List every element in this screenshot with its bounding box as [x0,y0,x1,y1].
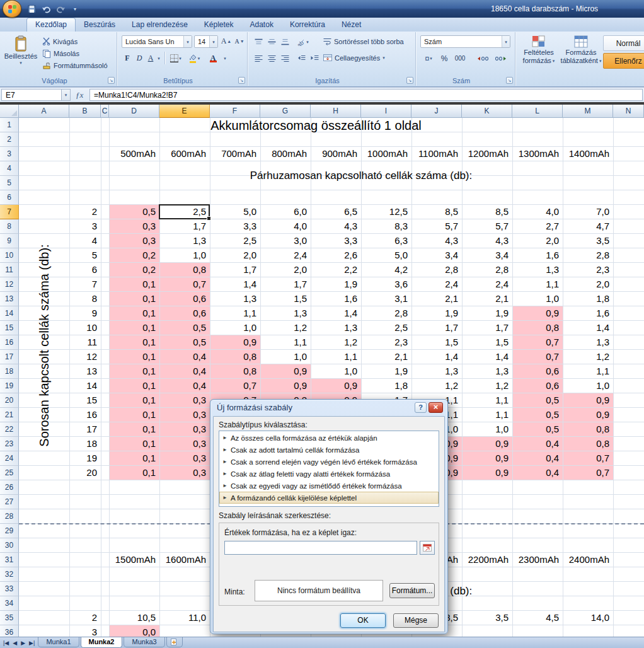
capacity-header-1500mAh[interactable]: 1500mAh [109,553,159,567]
cell-E25[interactable]: 0,3 [160,466,210,480]
cell-L23[interactable]: 0,4 [513,437,563,451]
ribbon-tab-korrekt-ra[interactable]: Korrektúra [282,18,333,32]
cell-G10[interactable]: 2,4 [260,248,311,262]
cell-I19[interactable]: 1,8 [361,379,411,393]
capacity-header-700mAh[interactable]: 700mAh [210,147,260,161]
cell-H14[interactable]: 1,4 [311,306,361,320]
cell-E11[interactable]: 0,8 [160,263,210,277]
cell-E14[interactable]: 0,6 [160,306,210,320]
cell-M19[interactable]: 1,0 [563,379,613,393]
rule-type-option-2[interactable]: ►Csak a sorrend elején vagy végén lévő é… [219,456,439,468]
cell-M10[interactable]: 2,8 [563,248,613,262]
cell-D8[interactable]: 0,3 [110,219,159,233]
cell-M11[interactable]: 2,3 [563,263,613,277]
cell-M18[interactable]: 1,1 [563,364,613,378]
cell-F10[interactable]: 2,0 [210,248,260,262]
cell-D12[interactable]: 0,1 [110,277,159,291]
font-color-dropdown[interactable]: ▾ [222,52,228,65]
align-center-button[interactable] [265,52,278,65]
cell-J7[interactable]: 8,5 [411,205,462,219]
capacity-header-1000mAh[interactable]: 1000mAh [361,147,411,161]
insert-function-button[interactable]: ƒx [76,90,83,100]
row-header-21[interactable]: 21 [0,408,19,422]
cell-M8[interactable]: 4,7 [563,219,613,233]
cell-H13[interactable]: 1,6 [311,292,361,306]
cell-E12[interactable]: 0,7 [160,277,210,291]
cell-E17[interactable]: 0,4 [160,350,210,364]
cell-I9[interactable]: 6,3 [361,234,411,248]
selected-cell-E7[interactable] [159,204,210,219]
cell-B11[interactable]: 6 [69,263,101,277]
cell-B25[interactable]: 20 [69,466,101,480]
copy-button[interactable]: Másolás [40,47,81,59]
align-bottom-button[interactable] [279,35,291,49]
cell-F13[interactable]: 1,3 [210,292,260,306]
format-painter-button[interactable]: Formátummásoló [40,59,110,71]
align-left-button[interactable] [252,52,265,65]
decrease-indent-button[interactable] [295,52,308,65]
shrink-font-button[interactable]: A▼ [233,35,246,48]
paste-button[interactable]: Beillesztés ▾ [4,33,38,74]
format-button[interactable]: Formátum... [389,583,435,598]
cell-J18[interactable]: 1,3 [411,364,462,378]
cell-B22[interactable]: 17 [69,422,101,436]
font-size-combo[interactable]: 14 ▾ [194,35,218,48]
column-header-E[interactable]: E [159,105,210,118]
cell-M20[interactable]: 0,9 [563,393,613,407]
cell-K25[interactable]: 0,9 [463,466,512,480]
cell-H18[interactable]: 1,0 [311,364,361,378]
cell-K19[interactable]: 1,2 [462,379,512,393]
capacity-header-600mAh[interactable]: 600mAh [159,147,210,161]
cell-B9[interactable]: 4 [69,234,101,248]
increase-indent-button[interactable] [308,52,321,65]
column-header-A[interactable]: A [19,105,69,118]
cell-D21[interactable]: 0,1 [110,408,159,422]
row-header-17[interactable]: 17 [0,350,19,364]
row-header-22[interactable]: 22 [0,422,19,437]
cell-B13[interactable]: 8 [69,292,101,306]
sheet-tab-munka2[interactable]: Munka2 [81,637,123,648]
cell-G9[interactable]: 3,0 [260,234,311,248]
cell-I13[interactable]: 3,1 [361,292,411,306]
bold-button[interactable]: F [122,52,133,65]
cell-D35[interactable]: 10,5 [109,611,159,625]
cell-J10[interactable]: 3,4 [411,248,462,262]
borders-button[interactable]: ▾ [168,52,184,65]
row-header-26[interactable]: 26 [0,480,19,495]
fill-color-button[interactable]: ▾ [185,52,203,65]
cell-H8[interactable]: 4,3 [311,219,361,233]
cell-F19[interactable]: 0,7 [210,379,260,393]
cell-D18[interactable]: 0,1 [110,364,159,378]
last-sheet-icon[interactable]: ▶| [29,640,35,646]
ribbon-tab-besz-r-s[interactable]: Beszúrás [76,18,124,32]
row-header-24[interactable]: 24 [0,451,19,466]
rule-type-option-5[interactable]: ►A formázandó cellák kijelölése képlette… [219,492,439,504]
cell-E8[interactable]: 1,7 [159,219,210,233]
dialog-launcher-icon[interactable] [406,77,413,84]
cell-D22[interactable]: 0,1 [110,422,159,436]
cell-L10[interactable]: 1,6 [512,248,563,262]
cell-E24[interactable]: 0,3 [160,451,210,465]
cell-L15[interactable]: 0,8 [513,321,563,335]
font-name-combo[interactable]: Lucida Sans Un ▾ [122,35,192,48]
cell-F15[interactable]: 1,0 [210,321,260,335]
row-header-33[interactable]: 33 [0,582,19,596]
ribbon-tab-lap-elrendez-se[interactable]: Lap elrendezése [124,18,196,32]
cell-D11[interactable]: 0,2 [110,263,159,277]
conditional-formatting-button[interactable]: Feltételes formázás▾ [519,33,559,79]
cell-L21[interactable]: 0,5 [513,408,563,422]
cell-B23[interactable]: 18 [69,437,101,451]
cell-M9[interactable]: 3,5 [563,234,613,248]
cell-L9[interactable]: 2,0 [512,234,563,248]
cell-B16[interactable]: 11 [69,335,101,349]
column-header-D[interactable]: D [109,105,159,118]
row-header-2[interactable]: 2 [0,132,19,147]
save-icon[interactable] [26,4,37,14]
cell-F16[interactable]: 0,9 [210,335,260,349]
cell-L22[interactable]: 0,5 [513,422,563,436]
cell-M24[interactable]: 0,7 [563,451,613,465]
row-header-11[interactable]: 11 [0,263,19,277]
cell-J12[interactable]: 2,4 [411,277,462,291]
cell-M14[interactable]: 1,6 [563,306,613,320]
underline-button[interactable]: A [146,52,156,65]
